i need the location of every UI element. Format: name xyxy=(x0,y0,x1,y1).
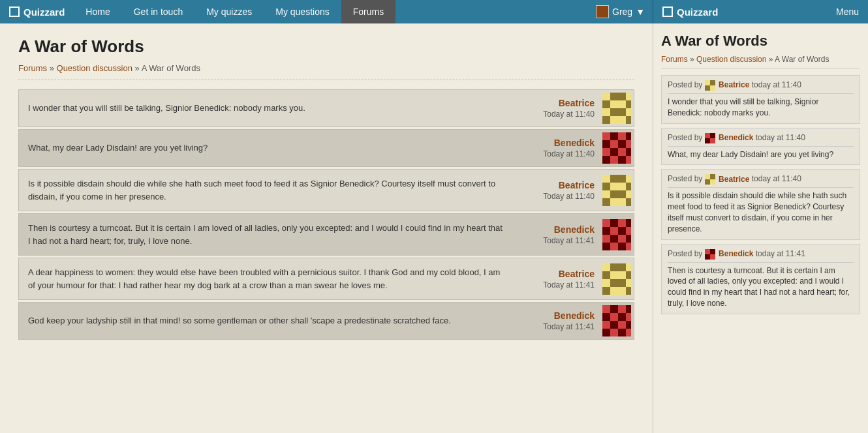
post-time: Today at 11:41 xyxy=(543,280,595,290)
svg-rect-104 xyxy=(710,80,715,85)
svg-rect-7 xyxy=(618,100,626,108)
svg-rect-64 xyxy=(602,243,610,250)
side-post: Posted by Beatrice today at 11:40 I wond… xyxy=(661,75,860,124)
side-breadcrumb-forums[interactable]: Forums xyxy=(661,55,688,64)
svg-rect-69 xyxy=(602,263,610,271)
side-post-content: I wonder that you will still be talking,… xyxy=(668,97,854,119)
side-post-header: Posted by Beatrice today at 11:40 xyxy=(668,80,854,94)
svg-rect-53 xyxy=(610,219,618,227)
nav-logo[interactable]: Quizzard xyxy=(0,0,74,23)
svg-rect-37 xyxy=(618,175,626,183)
svg-rect-36 xyxy=(610,175,618,183)
svg-rect-93 xyxy=(626,313,631,321)
svg-rect-40 xyxy=(610,183,618,190)
svg-rect-46 xyxy=(626,190,631,198)
svg-rect-106 xyxy=(710,85,715,91)
svg-rect-82 xyxy=(610,287,618,295)
svg-rect-23 xyxy=(610,140,618,148)
user-avatar xyxy=(596,5,609,18)
side-post: Posted by Beatrice today at 11:40 Is it … xyxy=(661,169,860,239)
svg-rect-16 xyxy=(626,116,631,124)
breadcrumb-forums[interactable]: Forums xyxy=(18,63,47,73)
svg-rect-5 xyxy=(602,100,610,108)
svg-rect-108 xyxy=(705,133,710,138)
svg-rect-65 xyxy=(610,243,618,250)
svg-rect-58 xyxy=(618,227,626,235)
svg-rect-42 xyxy=(626,183,631,190)
svg-rect-88 xyxy=(618,305,626,313)
breadcrumb-current: A War of Words xyxy=(142,63,200,73)
svg-rect-39 xyxy=(602,183,610,190)
post-meta: Beatrice Today at 11:40 xyxy=(515,170,600,211)
side-post-author[interactable]: Benedick xyxy=(719,249,753,258)
svg-rect-50 xyxy=(626,198,631,206)
right-logo-text: Quizzard xyxy=(677,7,718,18)
side-post-author[interactable]: Beatrice xyxy=(719,175,749,184)
breadcrumb-sep2: » xyxy=(135,63,142,73)
svg-rect-80 xyxy=(626,279,631,287)
svg-rect-45 xyxy=(618,190,626,198)
svg-rect-14 xyxy=(610,116,618,124)
svg-rect-15 xyxy=(618,116,626,124)
svg-rect-111 xyxy=(710,138,715,143)
side-post-time: today at 11:40 xyxy=(752,175,801,184)
svg-rect-121 xyxy=(710,254,715,260)
nav-forums[interactable]: Forums xyxy=(341,0,395,23)
svg-rect-52 xyxy=(602,219,610,227)
svg-rect-84 xyxy=(626,287,631,295)
post-author[interactable]: Beatrice xyxy=(559,98,595,108)
svg-rect-55 xyxy=(626,219,631,227)
side-breadcrumb-qd[interactable]: Question discussion xyxy=(696,55,766,64)
svg-rect-77 xyxy=(602,279,610,287)
nav-my-quizzes[interactable]: My quizzes xyxy=(194,0,264,23)
svg-rect-95 xyxy=(610,321,618,329)
breadcrumb: Forums » Question discussion » A War of … xyxy=(18,63,634,80)
side-post-content: What, my dear Lady Disdain! are you yet … xyxy=(668,149,854,160)
main-panel: A War of Words Forums » Question discuss… xyxy=(0,23,653,433)
svg-rect-57 xyxy=(610,227,618,235)
side-post-content: Is it possible disdain should die while … xyxy=(668,190,854,234)
svg-rect-6 xyxy=(610,100,618,108)
post-author[interactable]: Beatrice xyxy=(559,269,595,279)
svg-rect-96 xyxy=(618,321,626,329)
post-content: Is it possible disdain should die while … xyxy=(19,170,515,211)
post-avatar xyxy=(600,170,634,211)
svg-rect-63 xyxy=(626,235,631,243)
side-post-author[interactable]: Benedick xyxy=(719,133,753,142)
svg-rect-114 xyxy=(710,174,715,179)
post-meta: Beatrice Today at 11:41 xyxy=(515,258,600,299)
svg-rect-113 xyxy=(705,174,710,179)
svg-rect-1 xyxy=(602,93,610,100)
svg-rect-44 xyxy=(610,190,618,198)
side-post-header: Posted by Beatrice today at 11:40 xyxy=(668,174,854,188)
svg-rect-66 xyxy=(618,243,626,250)
post-author[interactable]: Beatrice xyxy=(559,180,595,190)
post-author[interactable]: Benedick xyxy=(554,138,595,148)
right-logo[interactable]: Quizzard xyxy=(653,0,727,23)
right-menu-link[interactable]: Menu xyxy=(827,0,868,23)
side-post-author[interactable]: Beatrice xyxy=(719,80,749,89)
breadcrumb-question-discussion[interactable]: Question discussion xyxy=(57,63,132,73)
nav-home[interactable]: Home xyxy=(74,0,121,23)
post-row: What, my dear Lady Disdain! are you yet … xyxy=(18,129,634,167)
svg-rect-120 xyxy=(705,254,710,260)
nav-my-questions[interactable]: My questions xyxy=(264,0,341,23)
svg-rect-31 xyxy=(610,156,618,164)
post-meta: Benedick Today at 11:41 xyxy=(515,303,600,339)
side-post-time: today at 11:40 xyxy=(752,80,801,89)
svg-rect-110 xyxy=(705,138,710,143)
post-author[interactable]: Benedick xyxy=(554,310,595,321)
svg-rect-70 xyxy=(610,263,618,271)
nav-get-in-touch[interactable]: Get in touch xyxy=(122,0,195,23)
side-post-header: Posted by Benedick today at 11:41 xyxy=(668,249,854,263)
nav-user[interactable]: Greg ▼ xyxy=(588,0,653,23)
svg-rect-91 xyxy=(610,313,618,321)
user-name: Greg xyxy=(612,7,632,17)
svg-rect-19 xyxy=(610,132,618,140)
post-avatar xyxy=(600,214,634,255)
post-author[interactable]: Benedick xyxy=(554,224,595,235)
svg-rect-4 xyxy=(626,93,631,100)
post-avatar xyxy=(600,130,634,166)
post-row: Then is courtesy a turncoat. But it is c… xyxy=(18,213,634,256)
post-time: Today at 11:40 xyxy=(543,149,595,158)
